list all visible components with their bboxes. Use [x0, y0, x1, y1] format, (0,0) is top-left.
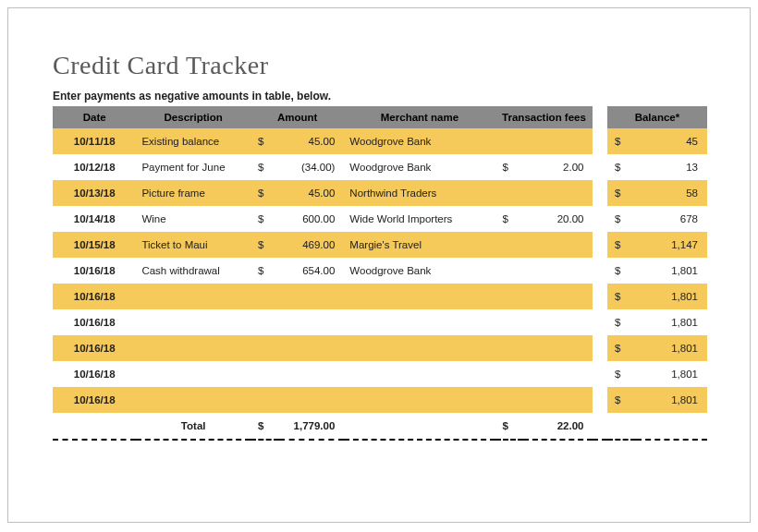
cell-fee-symbol[interactable]: [495, 309, 524, 335]
cell-fee-value[interactable]: [523, 361, 593, 387]
cell-amount-symbol[interactable]: $: [251, 232, 279, 258]
table-row[interactable]: 10/16/18Cash withdrawal$654.00Woodgrove …: [53, 258, 707, 284]
cell-balance-value[interactable]: 45: [636, 128, 707, 154]
cell-date[interactable]: 10/12/18: [53, 154, 136, 180]
table-row[interactable]: 10/16/18$1,801: [53, 387, 707, 413]
cell-fee-value[interactable]: [523, 180, 593, 206]
cell-merchant[interactable]: Woodgrove Bank: [344, 128, 495, 154]
cell-amount-symbol[interactable]: $: [251, 206, 279, 232]
cell-fee-symbol[interactable]: [495, 232, 524, 258]
cell-merchant[interactable]: [344, 387, 495, 413]
cell-amount-symbol[interactable]: [251, 284, 279, 309]
cell-balance-symbol[interactable]: $: [607, 206, 636, 232]
cell-fee-symbol[interactable]: [495, 387, 524, 413]
table-row[interactable]: 10/16/18$1,801: [53, 309, 707, 335]
cell-amount-value[interactable]: 600.00: [279, 206, 345, 232]
cell-amount-value[interactable]: [279, 284, 345, 309]
cell-amount-symbol[interactable]: [251, 361, 279, 387]
col-fees[interactable]: Transaction fees: [495, 106, 593, 128]
cell-fee-symbol[interactable]: $: [495, 206, 524, 232]
table-row[interactable]: 10/15/18Ticket to Maui$469.00Margie's Tr…: [53, 232, 707, 258]
cell-merchant[interactable]: Northwind Traders: [344, 180, 495, 206]
cell-merchant[interactable]: Wide World Importers: [344, 206, 495, 232]
cell-date[interactable]: 10/16/18: [53, 284, 136, 309]
cell-amount-symbol[interactable]: $: [251, 128, 279, 154]
cell-amount-value[interactable]: 45.00: [279, 180, 345, 206]
cell-amount-value[interactable]: [279, 361, 345, 387]
cell-balance-value[interactable]: 1,801: [636, 335, 707, 361]
cell-merchant[interactable]: [344, 309, 495, 335]
cell-description[interactable]: [136, 387, 251, 413]
cell-fee-value[interactable]: [523, 258, 593, 284]
cell-fee-value[interactable]: [523, 284, 593, 309]
cell-description[interactable]: Wine: [136, 206, 251, 232]
cell-date[interactable]: 10/14/18: [53, 206, 136, 232]
cell-balance-symbol[interactable]: $: [607, 387, 636, 413]
cell-balance-value[interactable]: 678: [636, 206, 707, 232]
cell-fee-value[interactable]: [523, 387, 593, 413]
cell-balance-value[interactable]: 1,147: [636, 232, 707, 258]
cell-fee-value[interactable]: [523, 309, 593, 335]
cell-merchant[interactable]: Woodgrove Bank: [344, 258, 495, 284]
cell-description[interactable]: [136, 284, 251, 309]
cell-fee-symbol[interactable]: [495, 128, 524, 154]
cell-balance-value[interactable]: 1,801: [636, 361, 707, 387]
cell-fee-value[interactable]: [523, 335, 593, 361]
cell-description[interactable]: Ticket to Maui: [136, 232, 251, 258]
cell-fee-symbol[interactable]: [495, 361, 524, 387]
cell-balance-symbol[interactable]: $: [607, 128, 636, 154]
col-amount[interactable]: Amount: [251, 106, 344, 128]
table-row[interactable]: 10/14/18Wine$600.00Wide World Importers$…: [53, 206, 707, 232]
cell-amount-value[interactable]: 654.00: [279, 258, 345, 284]
table-row[interactable]: 10/12/18Payment for June$(34.00)Woodgrov…: [53, 154, 707, 180]
cell-amount-value[interactable]: [279, 387, 345, 413]
cell-fee-value[interactable]: [523, 128, 593, 154]
cell-fee-symbol[interactable]: [495, 284, 524, 309]
cell-amount-value[interactable]: 469.00: [279, 232, 345, 258]
table-row[interactable]: 10/16/18$1,801: [53, 284, 707, 309]
cell-fee-value[interactable]: 20.00: [523, 206, 593, 232]
cell-date[interactable]: 10/16/18: [53, 309, 136, 335]
cell-amount-value[interactable]: [279, 335, 345, 361]
cell-fee-value[interactable]: 2.00: [523, 154, 593, 180]
col-description[interactable]: Description: [136, 106, 251, 128]
cell-fee-value[interactable]: [523, 232, 593, 258]
cell-amount-symbol[interactable]: [251, 387, 279, 413]
cell-balance-value[interactable]: 13: [636, 154, 707, 180]
cell-balance-symbol[interactable]: $: [607, 284, 636, 309]
cell-date[interactable]: 10/15/18: [53, 232, 136, 258]
cell-date[interactable]: 10/16/18: [53, 335, 136, 361]
col-date[interactable]: Date: [53, 106, 136, 128]
cell-amount-value[interactable]: 45.00: [279, 128, 345, 154]
cell-balance-value[interactable]: 1,801: [636, 387, 707, 413]
cell-amount-symbol[interactable]: $: [251, 154, 279, 180]
table-row[interactable]: 10/13/18Picture frame$45.00Northwind Tra…: [53, 180, 707, 206]
table-row[interactable]: 10/16/18$1,801: [53, 335, 707, 361]
cell-fee-symbol[interactable]: [495, 258, 524, 284]
cell-fee-symbol[interactable]: [495, 180, 524, 206]
cell-amount-symbol[interactable]: [251, 309, 279, 335]
cell-merchant[interactable]: [344, 335, 495, 361]
cell-date[interactable]: 10/16/18: [53, 387, 136, 413]
cell-merchant[interactable]: Woodgrove Bank: [344, 154, 495, 180]
cell-fee-symbol[interactable]: $: [495, 154, 524, 180]
cell-merchant[interactable]: [344, 361, 495, 387]
table-row[interactable]: 10/16/18$1,801: [53, 361, 707, 387]
cell-description[interactable]: Picture frame: [136, 180, 251, 206]
cell-balance-value[interactable]: 1,801: [636, 284, 707, 309]
cell-amount-value[interactable]: (34.00): [279, 154, 345, 180]
cell-date[interactable]: 10/11/18: [53, 128, 136, 154]
col-merchant[interactable]: Merchant name: [344, 106, 495, 128]
cell-balance-symbol[interactable]: $: [607, 180, 636, 206]
cell-fee-symbol[interactable]: [495, 335, 524, 361]
cell-description[interactable]: Existing balance: [136, 128, 251, 154]
cell-description[interactable]: [136, 361, 251, 387]
cell-balance-value[interactable]: 58: [636, 180, 707, 206]
cell-amount-symbol[interactable]: $: [251, 180, 279, 206]
cell-date[interactable]: 10/13/18: [53, 180, 136, 206]
cell-balance-value[interactable]: 1,801: [636, 258, 707, 284]
cell-balance-symbol[interactable]: $: [607, 361, 636, 387]
cell-balance-symbol[interactable]: $: [607, 232, 636, 258]
cell-balance-symbol[interactable]: $: [607, 154, 636, 180]
cell-amount-value[interactable]: [279, 309, 345, 335]
